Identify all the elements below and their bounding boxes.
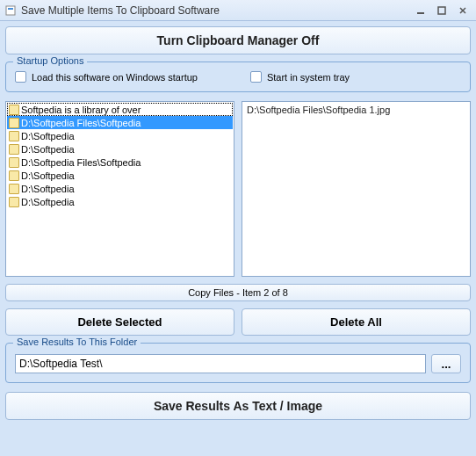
file-icon (9, 131, 19, 141)
list-item-label: D:\Softpedia Files\Softpedia (21, 157, 141, 168)
file-icon (9, 118, 19, 128)
maximize-button[interactable] (432, 3, 451, 18)
list-item[interactable]: D:\Softpedia (7, 195, 233, 208)
load-on-startup-checkbox[interactable]: Load this software on Windows startup (15, 71, 198, 83)
system-tray-checkbox[interactable]: Start in system tray (250, 71, 350, 83)
list-item-label: D:\Softpedia (21, 170, 75, 181)
svg-rect-3 (438, 7, 445, 14)
minimize-button[interactable] (411, 3, 430, 18)
list-item-label: D:\Softpedia (21, 144, 75, 155)
preview-panel[interactable]: D:\Softpedia Files\Softpedia 1.jpg (242, 101, 471, 277)
clipboard-items-list[interactable]: Softpedia is a library of over D:\Softpe… (5, 101, 234, 277)
save-results-button[interactable]: Save Results As Text / Image (5, 392, 471, 420)
file-icon (9, 157, 19, 168)
list-item-label: D:\Softpedia Files\Softpedia (21, 118, 141, 128)
preview-text: D:\Softpedia Files\Softpedia 1.jpg (243, 103, 469, 117)
file-icon (9, 197, 19, 207)
close-button[interactable] (453, 3, 472, 18)
svg-rect-2 (417, 12, 424, 14)
list-item[interactable]: D:\Softpedia (7, 169, 233, 182)
startup-legend: Startup Options (13, 55, 87, 66)
titlebar: Save Multiple Items To Clipboard Softwar… (0, 0, 476, 21)
list-item-label: D:\Softpedia (21, 197, 75, 207)
delete-all-button[interactable]: Delete All (242, 308, 471, 336)
list-item[interactable]: D:\Softpedia (7, 129, 233, 142)
window-title: Save Multiple Items To Clipboard Softwar… (21, 4, 411, 17)
svg-rect-1 (8, 8, 13, 10)
checkbox-icon (15, 71, 26, 83)
save-folder-legend: Save Results To This Folder (13, 337, 141, 347)
checkbox-icon (250, 71, 262, 83)
file-icon (9, 170, 19, 181)
save-folder-input[interactable] (15, 354, 426, 373)
app-icon (4, 4, 18, 18)
system-tray-label: Start in system tray (267, 72, 350, 83)
svg-rect-0 (6, 6, 15, 15)
list-item-label: D:\Softpedia (21, 131, 75, 141)
startup-options-group: Startup Options Load this software on Wi… (5, 62, 471, 92)
load-on-startup-label: Load this software on Windows startup (32, 72, 198, 83)
list-item[interactable]: Softpedia is a library of over (7, 103, 233, 116)
copy-status-button[interactable]: Copy Files - Item 2 of 8 (5, 284, 471, 301)
list-item[interactable]: D:\Softpedia Files\Softpedia (7, 116, 233, 129)
list-item[interactable]: D:\Softpedia Files\Softpedia (7, 156, 233, 169)
file-icon (9, 184, 19, 194)
delete-selected-button[interactable]: Delete Selected (5, 308, 234, 336)
list-item[interactable]: D:\Softpedia (7, 182, 233, 195)
list-item[interactable]: D:\Softpedia (7, 142, 233, 156)
file-icon (9, 144, 19, 155)
save-folder-group: Save Results To This Folder ... (5, 343, 471, 383)
file-icon (9, 105, 19, 115)
browse-folder-button[interactable]: ... (431, 354, 461, 373)
list-item-label: D:\Softpedia (21, 184, 75, 194)
toggle-clipboard-manager-button[interactable]: Turn Clipboard Manager Off (5, 26, 471, 54)
list-item-label: Softpedia is a library of over (21, 105, 141, 115)
